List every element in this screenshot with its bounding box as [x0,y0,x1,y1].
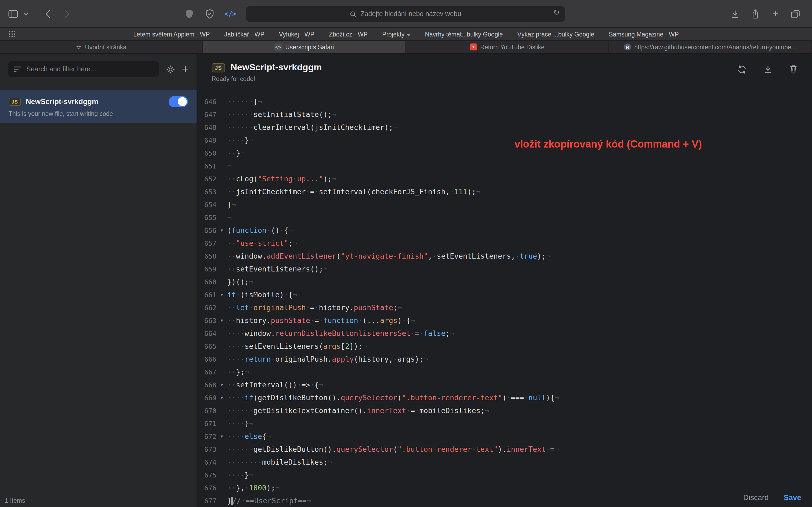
youtube-icon [470,44,477,50]
favorite-item[interactable]: Letem světem Applem - WP [133,31,210,37]
script-list-item[interactable]: JSNewScript-svrkdggmThis is your new fil… [0,90,197,123]
fold-arrow-icon[interactable]: ▼ [216,292,227,297]
enabled-toggle[interactable] [169,96,188,107]
favorite-item[interactable]: Projekty [382,31,410,37]
favorite-item[interactable]: Výkaz práce ...bulky Google [517,31,594,37]
fold-arrow-icon[interactable]: ▼ [216,395,227,400]
code-text: ··jsInitChecktimer·=·setInterval(checkFo… [227,187,480,196]
code-line[interactable]: 663▼··history.pushState·=·function·(...a… [197,314,812,327]
code-line[interactable]: 647······setInitialState();¬ [197,108,812,121]
code-line[interactable]: 657··"use·strict";¬ [197,237,812,249]
code-line[interactable]: 676··},·1000);¬ [197,481,812,494]
code-line[interactable]: 651¬ [197,159,812,172]
line-number: 656 [197,226,216,234]
code-line[interactable]: 654}¬ [197,198,812,211]
favorite-item[interactable]: Jablíčkář - WP [224,31,264,37]
code-line[interactable]: 671····}¬ [197,417,812,430]
share-button[interactable] [751,9,760,19]
tab-title: Úvodní stránka [85,44,126,50]
tab-r[interactable]: https://raw.githubusercontent.com/Anario… [609,41,812,53]
search-input[interactable]: Search and filter here... [8,61,159,77]
code-line[interactable]: 660})();¬ [197,275,812,288]
forward-button[interactable] [64,9,70,18]
code-line[interactable]: 668▼··setInterval(()·=>·{¬ [197,378,812,391]
code-lines[interactable]: 646······}¬647······setInitialState();¬6… [197,95,812,507]
favorite-item[interactable]: Návrhy témat...bulky Google [425,31,503,37]
code-line[interactable]: 665····setEventListeners(args[2]);¬ [197,340,812,352]
code-text: ······clearInterval(jsInitChecktimer);¬ [227,123,397,131]
privacy-shield-check-icon[interactable] [205,9,214,19]
editor-status: Ready for code! [212,76,812,83]
address-bar[interactable]: Zadejte hledání nebo název webu ↻ [246,6,565,22]
line-number: 676 [197,484,216,492]
line-number: 650 [197,149,216,157]
discard-button[interactable]: Discard [743,493,769,502]
code-line[interactable]: 669▼····if(getDislikeButton().querySelec… [197,391,812,404]
item-count: 1 Items [5,497,25,504]
code-line[interactable]: 655¬ [197,211,812,224]
sidebar-chevron-down-icon[interactable] [23,12,29,15]
trash-icon[interactable] [789,64,798,74]
new-script-button[interactable]: + [182,63,189,76]
back-button[interactable] [45,9,50,18]
code-text: ······}¬ [227,97,262,106]
code-text: ····else{¬ [227,432,271,441]
code-line[interactable]: 646······}¬ [197,95,812,108]
code-line[interactable]: 664····window.returnDislikeButtonlistene… [197,327,812,340]
line-number: 648 [197,123,216,131]
code-line[interactable]: 650··}¬ [197,147,812,159]
save-button[interactable]: Save [784,493,801,502]
code-text: ··let·originalPush·=·history.pushState;¬ [227,303,402,312]
code-line[interactable]: 673······getDislikeButton().querySelecto… [197,443,812,455]
tab-youtube[interactable]: Return YouTube Dislike [406,41,609,53]
code-line[interactable]: 661▼if·(isMobile)·{¬ [197,288,812,301]
code-line[interactable]: 675····}¬ [197,468,812,481]
fold-arrow-icon[interactable]: ▼ [216,318,227,323]
code-text: ····setEventListeners(args[2]);¬ [227,342,367,350]
favorites-grid-icon[interactable] [8,30,16,38]
downloads-button[interactable] [730,9,740,18]
browser-toolbar: </> Zadejte hledání nebo název webu ↻ + [0,0,812,28]
line-number: 655 [197,213,216,221]
new-tab-button[interactable]: + [772,7,778,20]
editor-footer-actions: Discard Save [743,493,801,502]
code-line[interactable]: 658··window.addEventListener("yt-navigat… [197,249,812,262]
fold-arrow-icon[interactable]: ▼ [216,228,227,233]
favorite-item[interactable]: Vyfukej - WP [279,31,314,37]
line-number: 657 [197,239,216,247]
code-line[interactable]: 670······getDislikeTextContainer().inner… [197,404,812,417]
tab-overview-button[interactable] [791,9,800,18]
tab-bar: Úvodní stránkaUserscripts SafariReturn Y… [0,41,812,54]
code-line[interactable]: 656▼(function·()·{¬ [197,224,812,237]
fold-arrow-icon[interactable]: ▼ [216,434,227,439]
code-line[interactable]: 652··cLog("Setting·up...");¬ [197,172,812,185]
code-line[interactable]: 648······clearInterval(jsInitChecktimer)… [197,121,812,133]
download-icon[interactable] [763,64,773,74]
code-line[interactable]: 659··setEventListeners();¬ [197,262,812,275]
extension-shield-icon[interactable] [185,9,194,19]
code-text: ··};¬ [227,368,249,376]
code-line[interactable]: 662··let·originalPush·=·history.pushStat… [197,301,812,314]
code-line[interactable]: 674········mobileDislikes;¬ [197,455,812,468]
line-number: 652 [197,175,216,183]
sync-icon[interactable] [737,64,747,74]
sidebar-toggle-icon[interactable] [8,9,18,18]
userscripts-extension-icon[interactable]: </> [224,10,236,17]
search-icon [350,10,357,17]
tab-userscripts[interactable]: Userscripts Safari [203,41,406,53]
code-line[interactable]: 666····return·originalPush.apply(history… [197,352,812,365]
code-line[interactable]: 653··jsInitChecktimer·=·setInterval(chec… [197,185,812,198]
fold-arrow-icon[interactable]: ▼ [216,382,227,387]
code-line[interactable]: 667··};¬ [197,365,812,378]
line-number: 647 [197,110,216,118]
code-line[interactable]: 677}//·==UserScript==¬ [197,494,812,507]
sidebar-header: Search and filter here... + [0,54,197,77]
code-line[interactable]: 649····}¬ [197,133,812,147]
line-number: 662 [197,303,216,312]
tab-star[interactable]: Úvodní stránka [0,41,203,53]
reload-icon[interactable]: ↻ [553,8,560,17]
favorite-item[interactable]: Zboží.cz - WP [329,31,368,37]
code-line[interactable]: 672▼····else{¬ [197,430,812,443]
gear-icon[interactable] [166,65,175,74]
favorite-item[interactable]: Samsung Magazine - WP [609,31,679,37]
